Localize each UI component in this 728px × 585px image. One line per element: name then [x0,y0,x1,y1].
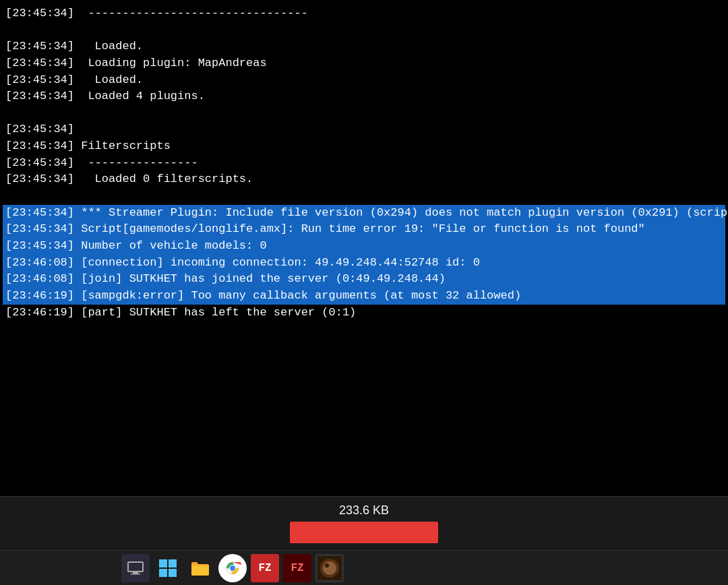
file-size-label: 233.6 KB [339,503,389,518]
terminal-output: [23:45:34] -----------------------------… [0,0,728,496]
log-line-13: [23:45:34] Script[gamemodes/longlife.amx… [3,221,725,238]
log-line-14: [23:45:34] Number of vehicle models: 0 [3,238,725,255]
log-line-17: [23:46:19] [sampgdk:error] Too many call… [3,288,725,305]
svg-point-10 [230,565,235,571]
log-line-9: [23:45:34] ---------------- [3,155,725,172]
log-line-4: [23:45:34] Loaded. [3,72,725,89]
log-line-2: [23:45:34] Loaded. [3,38,725,55]
svg-point-14 [325,563,329,567]
log-line-18: [23:46:19] [part] SUTKHET has left the s… [3,305,725,321]
taskbar-icon-folder[interactable] [186,554,214,582]
log-line-15: [23:46:08] [connection] incoming connect… [3,255,725,272]
taskbar-icon-game[interactable] [315,554,344,582]
log-line-6 [3,105,725,122]
log-line-0: [23:45:34] -----------------------------… [3,5,725,22]
svg-rect-4 [169,559,177,567]
log-line-3: [23:45:34] Loading plugin: MapAndreas [3,55,725,72]
svg-point-13 [323,561,336,575]
log-line-7: [23:45:34] [3,121,725,138]
svg-rect-5 [159,569,167,577]
svg-rect-1 [133,572,138,574]
bottom-bar: 233.6 KB [0,496,728,550]
taskbar-icon-filezilla2[interactable]: FZ [283,554,311,582]
log-line-5: [23:45:34] Loaded 4 plugins. [3,88,725,105]
log-line-11 [3,188,725,205]
svg-rect-6 [169,569,177,577]
svg-rect-3 [159,559,167,567]
taskbar-icon-windows[interactable] [154,554,182,582]
taskbar-icon-desktop[interactable] [121,554,150,582]
taskbar-icon-filezilla1[interactable]: FZ [251,554,279,582]
taskbar-icon-chrome[interactable] [218,554,247,582]
svg-rect-2 [131,574,140,575]
taskbar: FZ FZ [0,550,728,585]
svg-rect-0 [128,562,143,572]
log-line-10: [23:45:34] Loaded 0 filterscripts. [3,171,725,188]
log-line-8: [23:45:34] Filterscripts [3,138,725,155]
log-line-1 [3,22,725,39]
log-line-12: [23:45:34] *** Streamer Plugin: Include … [3,205,725,222]
action-button[interactable] [290,522,438,543]
log-line-16: [23:46:08] [join] SUTKHET has joined the… [3,271,725,288]
